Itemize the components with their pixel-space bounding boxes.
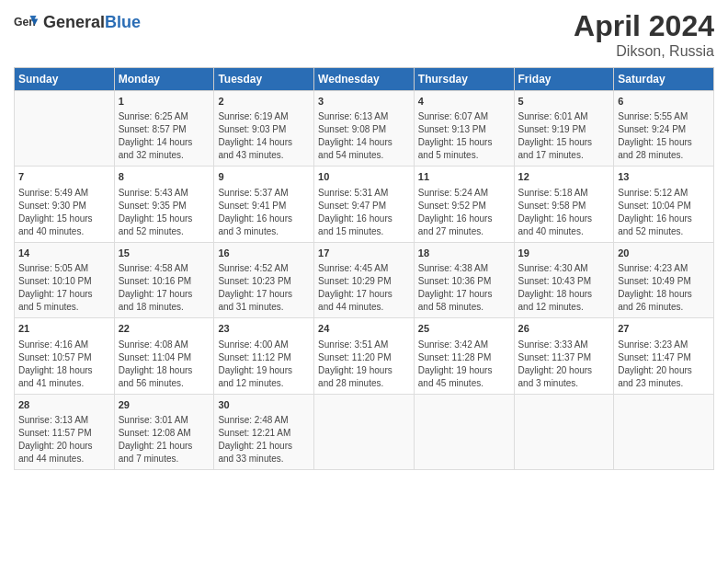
day-number: 1 xyxy=(119,95,210,109)
day-info-line: Sunrise: 3:23 AM xyxy=(618,339,710,351)
cell-w3-d6: 27Sunrise: 3:23 AMSunset: 11:47 PMDaylig… xyxy=(614,318,714,394)
day-info-line: Sunrise: 2:48 AM xyxy=(218,414,310,427)
day-info-line: and 12 minutes. xyxy=(218,377,310,390)
day-info-line: Daylight: 18 hours xyxy=(119,364,210,377)
day-number: 30 xyxy=(218,398,310,412)
cell-w1-d6: 13Sunrise: 5:12 AMSunset: 10:04 PMDaylig… xyxy=(614,167,714,242)
day-info-line: Daylight: 19 hours xyxy=(418,364,510,377)
day-number: 14 xyxy=(18,247,110,260)
day-info-line: Sunrise: 4:45 AM xyxy=(318,262,410,275)
day-number: 25 xyxy=(418,322,510,336)
day-info-line: Sunset: 9:30 PM xyxy=(18,200,110,213)
day-info-line: Daylight: 18 hours xyxy=(518,288,610,301)
header: Gen GeneralBlue April 2024 Dikson, Russi… xyxy=(14,9,714,60)
day-info-line: Sunset: 10:04 PM xyxy=(618,200,710,213)
week-row-2: 14Sunrise: 5:05 AMSunset: 10:10 PMDaylig… xyxy=(15,242,714,317)
day-info-line: Daylight: 15 hours xyxy=(618,136,710,149)
day-info-line: Sunset: 9:35 PM xyxy=(119,200,210,213)
day-info-line: and 15 minutes. xyxy=(318,225,410,238)
day-info-line: Sunset: 10:23 PM xyxy=(218,275,310,288)
day-number: 23 xyxy=(218,322,310,336)
day-info-line: Sunset: 12:21 AM xyxy=(218,427,310,440)
day-number: 7 xyxy=(18,170,110,184)
day-info-line: Sunrise: 3:42 AM xyxy=(418,339,510,351)
day-info-line: Daylight: 15 hours xyxy=(18,213,110,225)
day-info-line: Daylight: 17 hours xyxy=(119,288,210,301)
cell-w1-d0: 7Sunrise: 5:49 AMSunset: 9:30 PMDaylight… xyxy=(15,167,115,242)
day-number: 15 xyxy=(119,247,210,260)
day-info-line: and 17 minutes. xyxy=(518,149,610,162)
day-info-line: Sunrise: 3:33 AM xyxy=(518,339,610,351)
day-info-line: and 28 minutes. xyxy=(318,377,410,390)
day-number: 5 xyxy=(518,95,610,109)
day-info-line: Sunset: 9:52 PM xyxy=(418,200,510,213)
day-info-line: Daylight: 16 hours xyxy=(418,213,510,225)
day-info-line: Daylight: 19 hours xyxy=(318,364,410,377)
cell-w1-d1: 8Sunrise: 5:43 AMSunset: 9:35 PMDaylight… xyxy=(114,167,214,242)
cell-w4-d4 xyxy=(414,394,514,469)
day-info-line: Sunset: 11:47 PM xyxy=(618,351,710,364)
day-info-line: Sunset: 11:57 PM xyxy=(18,427,110,440)
day-number: 6 xyxy=(618,95,710,109)
day-info-line: Sunset: 9:41 PM xyxy=(218,200,310,213)
day-info-line: and 40 minutes. xyxy=(518,225,610,238)
day-info-line: Sunset: 9:24 PM xyxy=(618,123,710,136)
cell-w4-d2: 30Sunrise: 2:48 AMSunset: 12:21 AMDaylig… xyxy=(214,394,314,469)
day-number: 29 xyxy=(119,398,210,412)
day-info-line: and 44 minutes. xyxy=(18,453,110,465)
day-info-line: and 44 minutes. xyxy=(318,301,410,314)
day-info-line: Sunrise: 5:43 AM xyxy=(119,187,210,200)
day-info-line: and 28 minutes. xyxy=(618,149,710,162)
day-number: 20 xyxy=(618,247,710,260)
col-sunday: Sunday xyxy=(15,68,115,91)
day-number: 13 xyxy=(618,170,710,184)
day-info-line: Sunset: 10:29 PM xyxy=(318,275,410,288)
day-info-line: Daylight: 15 hours xyxy=(418,136,510,149)
main-title: April 2024 xyxy=(574,9,714,43)
day-info-line: Sunrise: 4:30 AM xyxy=(518,262,610,275)
day-number: 10 xyxy=(318,170,410,184)
day-info-line: Sunset: 9:19 PM xyxy=(518,123,610,136)
day-info-line: and 31 minutes. xyxy=(218,301,310,314)
day-info-line: Sunset: 9:47 PM xyxy=(318,200,410,213)
day-info-line: Sunset: 10:43 PM xyxy=(518,275,610,288)
week-row-3: 21Sunrise: 4:16 AMSunset: 10:57 PMDaylig… xyxy=(15,318,714,394)
cell-w1-d2: 9Sunrise: 5:37 AMSunset: 9:41 PMDaylight… xyxy=(214,167,314,242)
day-number: 12 xyxy=(518,170,610,184)
calendar-table: Sunday Monday Tuesday Wednesday Thursday… xyxy=(14,67,714,470)
day-info-line: and 3 minutes. xyxy=(218,225,310,238)
day-info-line: Sunrise: 5:55 AM xyxy=(618,110,710,123)
day-number: 21 xyxy=(18,322,110,336)
day-info-line: Sunset: 9:08 PM xyxy=(318,123,410,136)
day-info-line: Sunset: 10:10 PM xyxy=(18,275,110,288)
col-wednesday: Wednesday xyxy=(314,68,415,91)
day-info-line: Daylight: 20 hours xyxy=(618,364,710,377)
day-info-line: Sunrise: 4:23 AM xyxy=(618,262,710,275)
day-info-line: Daylight: 21 hours xyxy=(218,440,310,453)
cell-w2-d6: 20Sunrise: 4:23 AMSunset: 10:49 PMDaylig… xyxy=(614,242,714,317)
day-info-line: Sunset: 10:36 PM xyxy=(418,275,510,288)
cell-w2-d0: 14Sunrise: 5:05 AMSunset: 10:10 PMDaylig… xyxy=(15,242,115,317)
day-info-line: and 27 minutes. xyxy=(418,225,510,238)
day-info-line: Sunrise: 4:58 AM xyxy=(119,262,210,275)
header-row: Sunday Monday Tuesday Wednesday Thursday… xyxy=(15,68,714,91)
cell-w3-d4: 25Sunrise: 3:42 AMSunset: 11:28 PMDaylig… xyxy=(414,318,514,394)
day-info-line: and 5 minutes. xyxy=(418,149,510,162)
day-info-line: Sunrise: 3:13 AM xyxy=(18,414,110,427)
col-saturday: Saturday xyxy=(614,68,714,91)
day-info-line: Sunrise: 5:49 AM xyxy=(18,187,110,200)
day-number: 24 xyxy=(318,322,410,336)
day-info-line: and 5 minutes. xyxy=(18,301,110,314)
day-number: 16 xyxy=(218,247,310,260)
day-info-line: and 33 minutes. xyxy=(218,453,310,465)
day-info-line: and 12 minutes. xyxy=(518,301,610,314)
day-info-line: Sunset: 9:13 PM xyxy=(418,123,510,136)
day-info-line: and 41 minutes. xyxy=(18,377,110,390)
day-info-line: Sunrise: 4:08 AM xyxy=(119,339,210,351)
day-info-line: Daylight: 15 hours xyxy=(518,136,610,149)
day-info-line: Daylight: 17 hours xyxy=(18,288,110,301)
day-info-line: Sunset: 9:03 PM xyxy=(218,123,310,136)
title-area: April 2024 Dikson, Russia xyxy=(574,9,714,60)
day-info-line: Daylight: 18 hours xyxy=(18,364,110,377)
day-info-line: Sunrise: 3:51 AM xyxy=(318,339,410,351)
